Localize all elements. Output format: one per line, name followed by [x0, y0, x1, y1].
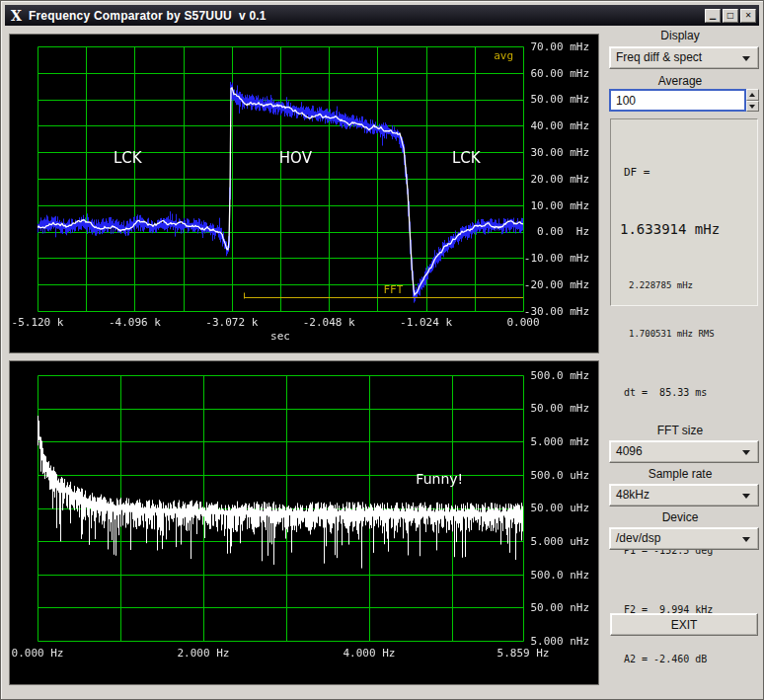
freq-diff-plot — [10, 35, 598, 352]
maximize-button[interactable]: □ — [723, 9, 738, 23]
app-window: X Frequency Comparator by S57UUU v 0.1 ▁… — [0, 0, 764, 700]
display-select-value: Freq diff & spect — [610, 47, 758, 68]
close-icon: ✕ — [745, 11, 752, 20]
device-select-value: /dev/dsp — [610, 528, 758, 549]
df-avg-value: 2.228785 mHz — [624, 280, 757, 291]
arrow-down-icon — [749, 105, 755, 109]
a2-value: A2 = -2.460 dB — [624, 654, 757, 665]
arrow-up-icon — [749, 93, 755, 97]
window-controls: ▁ □ ✕ — [705, 9, 756, 23]
x11-logo-icon: X — [11, 8, 22, 24]
dt-value: dt = 85.33 ms — [624, 387, 757, 399]
display-label: Display — [600, 29, 760, 42]
df-rms-value: 1.700531 mHz RMS — [624, 329, 757, 340]
window-title: Frequency Comparator by S57UUU v 0.1 — [29, 9, 267, 23]
minimize-icon: ▁ — [710, 11, 716, 20]
df-value: 1.633914 mHz — [620, 221, 757, 237]
chevron-down-icon — [742, 494, 750, 499]
sample-rate-select[interactable]: 48kHz — [609, 484, 759, 506]
chevron-down-icon — [742, 537, 750, 542]
fft-size-label: FFT size — [600, 424, 760, 437]
minimize-button[interactable]: ▁ — [705, 9, 721, 23]
chevron-down-icon — [742, 450, 750, 455]
average-increment-button[interactable] — [746, 89, 759, 101]
device-label: Device — [600, 510, 760, 524]
average-input[interactable] — [609, 89, 746, 112]
fft-size-select-value: 4096 — [610, 441, 758, 462]
device-select[interactable]: /dev/dsp — [609, 527, 759, 550]
maximize-icon: □ — [726, 11, 734, 20]
exit-button[interactable]: EXIT — [610, 613, 758, 636]
sample-rate-select-value: 48kHz — [610, 485, 758, 506]
display-select[interactable]: Freq diff & spect — [609, 46, 759, 69]
titlebar[interactable]: X Frequency Comparator by S57UUU v 0.1 ▁… — [5, 5, 759, 26]
sample-rate-label: Sample rate — [600, 467, 760, 481]
average-spin-buttons — [746, 89, 759, 112]
spectrum-plot — [10, 361, 598, 684]
df-label: DF = — [624, 166, 757, 179]
spectrum-panel — [9, 360, 599, 685]
average-decrement-button[interactable] — [746, 101, 759, 113]
freq-diff-panel — [9, 34, 599, 353]
chevron-down-icon — [742, 56, 750, 61]
measurement-readout: DF = 1.633914 mHz 2.228785 mHz 1.700531 … — [610, 118, 758, 306]
close-button[interactable]: ✕ — [740, 9, 756, 23]
average-stepper — [609, 89, 759, 112]
average-label: Average — [600, 74, 760, 88]
fft-size-select[interactable]: 4096 — [609, 440, 759, 463]
